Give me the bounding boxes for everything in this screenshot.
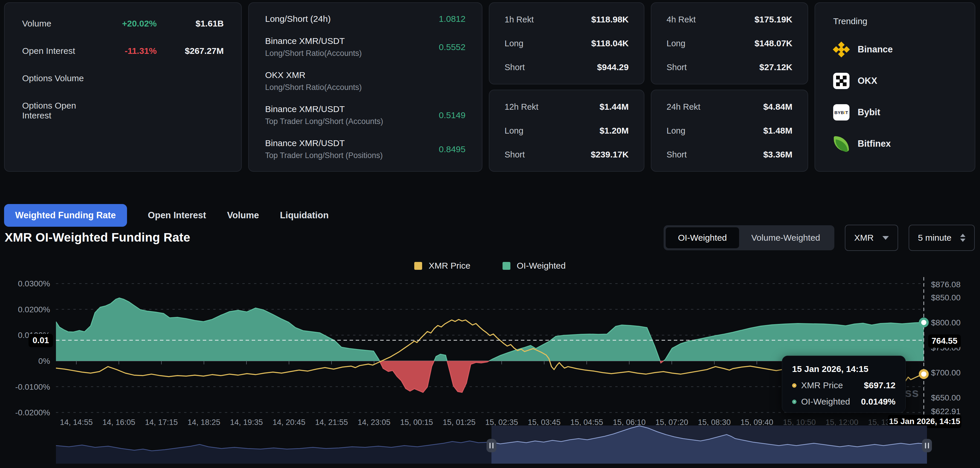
svg-text:15 Jan 2026, 14:15: 15 Jan 2026, 14:15: [889, 417, 960, 426]
x-axis-label: 15, 08:30: [698, 418, 731, 427]
x-axis-label: 14, 19:35: [230, 418, 263, 427]
x-axis-label: 15, 06:10: [613, 418, 646, 427]
chart-tooltip: 15 Jan 2026, 14:15 XMR Price $697.12 OI-…: [782, 355, 906, 413]
tooltip-row-oi: OI-Weighted 0.0149%: [792, 397, 896, 406]
tooltip-value: 0.0149%: [861, 397, 896, 406]
x-axis-label: 15, 00:15: [400, 418, 433, 427]
y-axis-right-label: $622.91: [931, 407, 961, 416]
x-axis-label: 14, 21:55: [315, 418, 348, 427]
y-axis-right-label: $850.00: [931, 293, 961, 302]
x-axis-label: 14, 23:05: [358, 418, 391, 427]
xmr-price-end-marker: [920, 370, 928, 378]
y-axis-right-label: $800.00: [931, 318, 961, 327]
watermark: ss: [905, 386, 919, 400]
x-axis-label: 14, 20:45: [273, 418, 305, 427]
y-axis-right-label: $700.00: [931, 368, 961, 377]
x-axis-label: 15, 07:20: [655, 418, 688, 427]
x-axis-label: 14, 16:05: [103, 418, 135, 427]
x-axis-label: 15, 12:00: [826, 418, 859, 427]
svg-text:764.55: 764.55: [932, 336, 958, 346]
x-axis-label: 15, 04:55: [570, 418, 603, 427]
y-axis-right-label: $650.00: [931, 393, 961, 402]
tooltip-timestamp: 15 Jan 2026, 14:15: [792, 364, 896, 374]
yellow-dot-icon: [792, 383, 797, 388]
y-axis-left-label: 0.0200%: [18, 305, 50, 314]
tooltip-value: $697.12: [864, 381, 896, 390]
tooltip-row-price: XMR Price $697.12: [792, 381, 896, 390]
x-axis-label: 15, 10:50: [783, 418, 816, 427]
y-axis-left-label: -0.0100%: [15, 382, 50, 392]
x-axis-label: 14, 14:55: [60, 418, 93, 427]
navigator-handle-right[interactable]: [922, 439, 932, 452]
x-axis-label: 15, 01:25: [443, 418, 476, 427]
navigator-handle-left[interactable]: [487, 439, 496, 452]
svg-text:0.01: 0.01: [33, 336, 49, 345]
x-axis-label: 15, 09:40: [741, 418, 773, 427]
y-axis-left-label: -0.0200%: [15, 408, 50, 417]
x-axis-label: 15, 02:35: [485, 418, 518, 427]
y-axis-left-label: 0.0300%: [18, 279, 50, 288]
x-axis-label: 14, 18:25: [188, 418, 221, 427]
oi-weighted-end-marker: [920, 319, 928, 326]
tooltip-label: XMR Price: [801, 381, 843, 390]
x-axis-label: 15, 03:45: [528, 418, 561, 427]
tooltip-label: OI-Weighted: [801, 397, 850, 406]
teal-dot-icon: [792, 400, 797, 404]
coinglass-funding-dashboard: { "stats_card": { "rows": [ { "label": "…: [0, 0, 980, 468]
y-axis-left-label: 0%: [38, 357, 50, 366]
x-axis-label: 14, 17:15: [145, 418, 178, 427]
y-axis-right-label: $876.08: [931, 280, 961, 289]
